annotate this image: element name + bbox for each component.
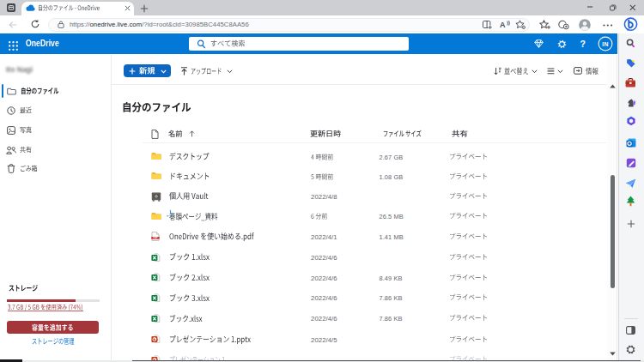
svg-text:PDF: PDF [154, 237, 159, 240]
svg-text:IN: IN [602, 41, 608, 47]
